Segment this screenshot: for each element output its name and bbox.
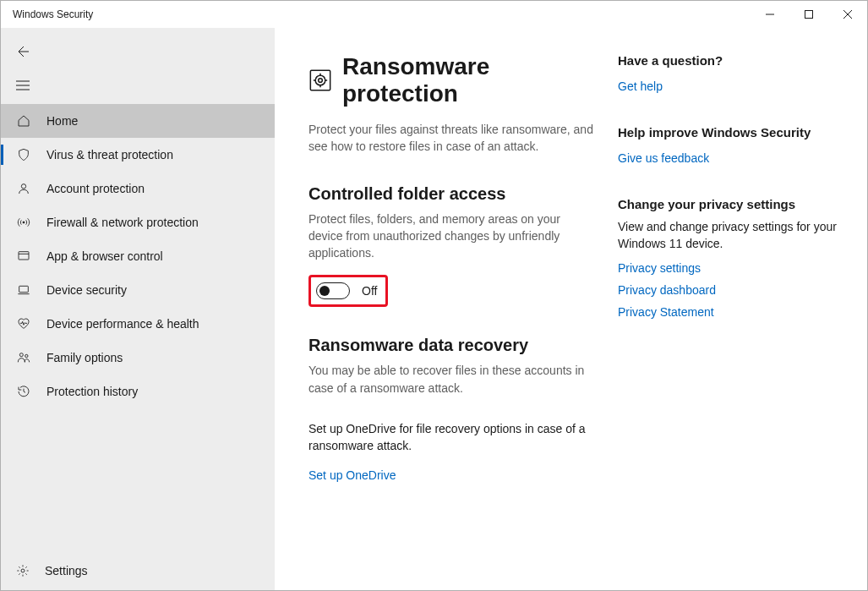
cfa-toggle[interactable]	[316, 282, 350, 299]
privacy-statement-link[interactable]: Privacy Statement	[618, 305, 838, 319]
nav-item-family-options[interactable]: Family options	[1, 341, 275, 375]
nav-item-device-performance[interactable]: Device performance & health	[1, 307, 275, 341]
page-lead: Protect your files against threats like …	[308, 121, 594, 156]
nav-label: Device security	[46, 283, 127, 297]
family-icon	[16, 351, 31, 364]
cfa-description: Protect files, folders, and memory areas…	[308, 211, 594, 262]
app-title: Windows Security	[13, 8, 93, 20]
minimize-button[interactable]	[751, 1, 789, 28]
privacy-settings-link[interactable]: Privacy settings	[618, 261, 838, 275]
content-column: Ransomware protection Protect your files…	[308, 53, 594, 590]
shield-icon	[16, 148, 31, 161]
nav-item-settings[interactable]: Settings	[1, 551, 275, 590]
recovery-heading: Ransomware data recovery	[308, 336, 594, 355]
section-ransomware-recovery: Ransomware data recovery You may be able…	[308, 336, 594, 481]
section-controlled-folder-access: Controlled folder access Protect files, …	[308, 184, 594, 308]
laptop-icon	[16, 283, 31, 297]
aside-privacy-desc: View and change privacy settings for you…	[618, 218, 838, 253]
nav-item-home[interactable]: Home	[1, 104, 275, 138]
nav-item-virus-threat[interactable]: Virus & threat protection	[1, 138, 275, 172]
svg-point-6	[25, 354, 28, 357]
main-area: Ransomware protection Protect your files…	[275, 28, 867, 590]
nav-label: Protection history	[46, 385, 138, 398]
maximize-button[interactable]	[789, 1, 828, 28]
cfa-toggle-highlight: Off	[308, 275, 388, 307]
ransomware-icon	[308, 68, 332, 92]
close-button[interactable]	[828, 1, 867, 28]
nav-list: Home Virus & threat protection Account p…	[1, 104, 275, 408]
nav-label: Virus & threat protection	[46, 148, 173, 161]
nav-label: App & browser control	[46, 249, 163, 263]
page-title: Ransomware protection	[342, 53, 594, 107]
svg-point-1	[21, 184, 25, 189]
onedrive-lead: Set up OneDrive for file recovery option…	[308, 420, 594, 455]
privacy-dashboard-link[interactable]: Privacy dashboard	[618, 283, 838, 297]
home-icon	[16, 114, 31, 128]
nav-label: Home	[46, 114, 78, 128]
hamburger-button[interactable]	[1, 68, 275, 102]
give-feedback-link[interactable]: Give us feedback	[618, 151, 709, 165]
aside-question-heading: Have a question?	[618, 53, 838, 68]
settings-label: Settings	[45, 564, 88, 577]
gear-icon	[16, 564, 30, 577]
nav-item-device-security[interactable]: Device security	[1, 273, 275, 307]
nav-label: Device performance & health	[46, 317, 199, 331]
app-icon	[16, 249, 31, 263]
svg-point-7	[21, 569, 25, 572]
title-bar: Windows Security	[1, 1, 867, 28]
aside-question: Have a question? Get help	[618, 53, 838, 93]
nav-item-account-protection[interactable]: Account protection	[1, 172, 275, 205]
heart-icon	[16, 317, 31, 331]
recovery-description: You may be able to recover files in thes…	[308, 362, 594, 397]
svg-point-2	[23, 222, 25, 223]
antenna-icon	[16, 216, 31, 229]
page-header: Ransomware protection	[308, 53, 594, 107]
svg-rect-0	[805, 11, 813, 19]
cfa-toggle-state: Off	[362, 284, 377, 298]
cfa-heading: Controlled folder access	[308, 184, 594, 204]
person-icon	[16, 182, 31, 195]
nav-item-protection-history[interactable]: Protection history	[1, 375, 275, 408]
aside-privacy: Change your privacy settings View and ch…	[618, 197, 838, 319]
window-controls	[751, 1, 867, 28]
sidebar: Home Virus & threat protection Account p…	[1, 28, 275, 590]
setup-onedrive-link[interactable]: Set up OneDrive	[308, 468, 396, 482]
history-icon	[16, 385, 31, 398]
back-button[interactable]	[1, 35, 275, 68]
svg-point-5	[19, 353, 23, 357]
aside-privacy-heading: Change your privacy settings	[618, 197, 838, 211]
nav-item-app-browser[interactable]: App & browser control	[1, 239, 275, 273]
nav-label: Firewall & network protection	[46, 216, 199, 229]
nav-item-firewall[interactable]: Firewall & network protection	[1, 205, 275, 239]
svg-point-10	[319, 79, 323, 83]
nav-label: Family options	[46, 351, 123, 364]
get-help-link[interactable]: Get help	[618, 79, 663, 93]
svg-rect-3	[19, 252, 29, 260]
aside-improve: Help improve Windows Security Give us fe…	[618, 125, 838, 165]
aside-column: Have a question? Get help Help improve W…	[618, 53, 838, 590]
aside-improve-heading: Help improve Windows Security	[618, 125, 838, 140]
svg-point-9	[315, 75, 325, 85]
svg-rect-4	[19, 286, 29, 292]
nav-label: Account protection	[46, 182, 145, 195]
